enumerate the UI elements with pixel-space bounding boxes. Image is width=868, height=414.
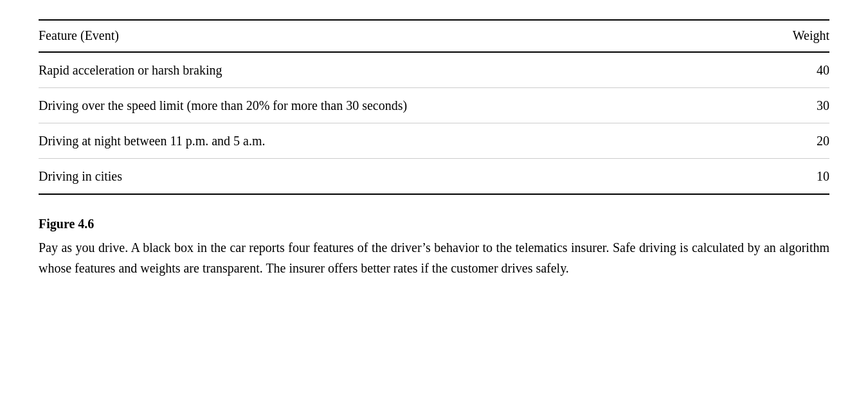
feature-column-header: Feature (Event) xyxy=(39,20,759,52)
table-header-row: Feature (Event) Weight xyxy=(39,20,829,52)
table-row: Driving in cities10 xyxy=(39,159,829,195)
feature-weight-table: Feature (Event) Weight Rapid acceleratio… xyxy=(39,19,829,195)
figure-caption: Pay as you drive. A black box in the car… xyxy=(39,237,829,278)
table-row: Rapid acceleration or harsh braking40 xyxy=(39,52,829,88)
weight-cell: 40 xyxy=(759,52,829,88)
feature-cell: Driving over the speed limit (more than … xyxy=(39,88,759,123)
weight-cell: 10 xyxy=(759,159,829,195)
table-row: Driving at night between 11 p.m. and 5 a… xyxy=(39,123,829,159)
feature-cell: Rapid acceleration or harsh braking xyxy=(39,52,759,88)
feature-cell: Driving in cities xyxy=(39,159,759,195)
table-row: Driving over the speed limit (more than … xyxy=(39,88,829,123)
feature-cell: Driving at night between 11 p.m. and 5 a… xyxy=(39,123,759,159)
weight-cell: 30 xyxy=(759,88,829,123)
weight-column-header: Weight xyxy=(759,20,829,52)
weight-cell: 20 xyxy=(759,123,829,159)
figure-label: Figure 4.6 xyxy=(39,214,829,233)
